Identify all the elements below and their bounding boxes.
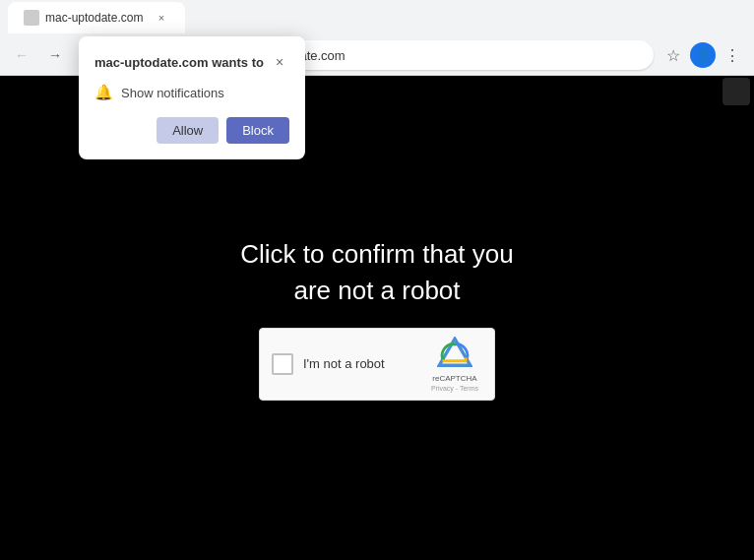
star-button[interactable]: ☆ bbox=[660, 41, 687, 69]
tab-close-button[interactable]: × bbox=[154, 10, 169, 26]
toolbar-right: ☆ 👤 ⋮ bbox=[660, 41, 746, 69]
recaptcha-logo bbox=[437, 337, 472, 372]
captcha-heading-line1: Click to confirm that you bbox=[240, 239, 513, 269]
captcha-label: I'm not a robot bbox=[303, 356, 385, 371]
captcha-checkbox[interactable] bbox=[272, 353, 293, 375]
allow-button[interactable]: Allow bbox=[157, 117, 219, 144]
dark-overlay-element bbox=[723, 78, 750, 105]
forward-button[interactable]: → bbox=[41, 41, 69, 69]
profile-avatar: 👤 bbox=[695, 47, 712, 63]
profile-button[interactable]: 👤 bbox=[689, 41, 717, 69]
recaptcha-text: reCAPTCHA bbox=[432, 374, 476, 383]
popup-title: mac-uptodate.com wants to bbox=[94, 55, 264, 70]
tab-favicon bbox=[24, 10, 39, 26]
tab-title: mac-uptodate.com bbox=[45, 11, 148, 25]
active-tab[interactable]: mac-uptodate.com × bbox=[8, 2, 185, 33]
popup-close-button[interactable]: × bbox=[270, 52, 289, 72]
bell-icon: 🔔 bbox=[94, 84, 113, 101]
recaptcha-terms: Terms bbox=[460, 385, 478, 392]
back-button[interactable]: ← bbox=[8, 41, 35, 69]
profile-icon: 👤 bbox=[690, 42, 716, 68]
captcha-area: Click to confirm that you are not a robo… bbox=[240, 236, 513, 401]
page-content: mac-uptodate.com wants to × 🔔 Show notif… bbox=[0, 76, 754, 560]
popup-permission: 🔔 Show notifications bbox=[94, 84, 289, 101]
captcha-left: I'm not a robot bbox=[272, 353, 385, 375]
menu-icon: ⋮ bbox=[724, 46, 740, 65]
popup-permission-text: Show notifications bbox=[121, 86, 224, 100]
captcha-heading: Click to confirm that you are not a robo… bbox=[240, 236, 513, 308]
tab-bar: mac-uptodate.com × bbox=[0, 0, 754, 35]
notification-popup: mac-uptodate.com wants to × 🔔 Show notif… bbox=[79, 36, 305, 159]
popup-header: mac-uptodate.com wants to × bbox=[94, 52, 289, 72]
recaptcha-privacy: Privacy bbox=[431, 385, 454, 392]
menu-button[interactable]: ⋮ bbox=[719, 41, 746, 69]
captcha-heading-line2: are not a robot bbox=[293, 276, 460, 305]
star-icon: ☆ bbox=[666, 46, 680, 65]
captcha-right: reCAPTCHA Privacy - Terms bbox=[431, 337, 478, 392]
block-button[interactable]: Block bbox=[226, 117, 289, 144]
popup-buttons: Allow Block bbox=[94, 117, 289, 144]
captcha-box: I'm not a robot reCAPTCHA Privacy bbox=[259, 328, 495, 401]
recaptcha-links: Privacy - Terms bbox=[431, 385, 478, 392]
